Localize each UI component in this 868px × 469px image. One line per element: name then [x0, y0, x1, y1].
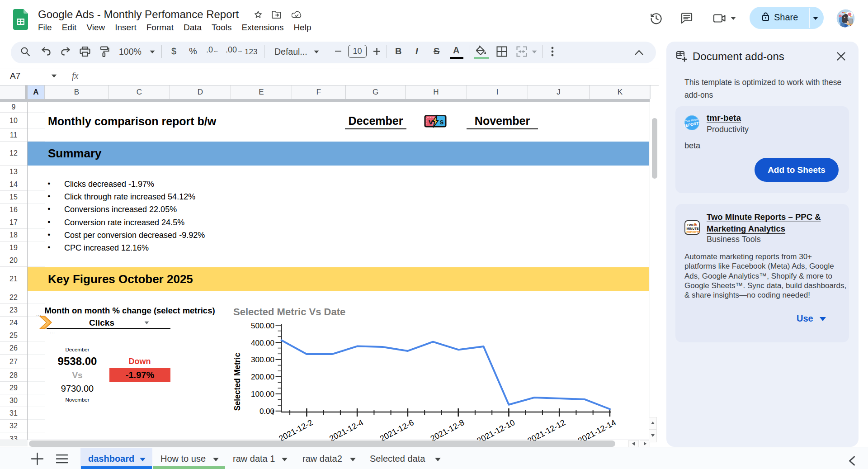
svg-text:500.00: 500.00 — [251, 322, 274, 330]
svg-text:TWO: TWO — [687, 223, 695, 227]
svg-text:Selected Metric: Selected Metric — [233, 353, 242, 411]
svg-text:300.00: 300.00 — [251, 355, 274, 364]
svg-text:200.00: 200.00 — [251, 373, 274, 381]
svg-text:s: s — [440, 118, 444, 126]
svg-text:0.00: 0.00 — [259, 407, 274, 416]
svg-text:MINUTE: MINUTE — [687, 227, 699, 230]
svg-text:REPORTS: REPORTS — [687, 230, 700, 233]
svg-text:400.00: 400.00 — [251, 339, 274, 347]
svg-text:Selected Metric Vs Date: Selected Metric Vs Date — [233, 306, 345, 317]
svg-text:100.00: 100.00 — [251, 390, 274, 398]
